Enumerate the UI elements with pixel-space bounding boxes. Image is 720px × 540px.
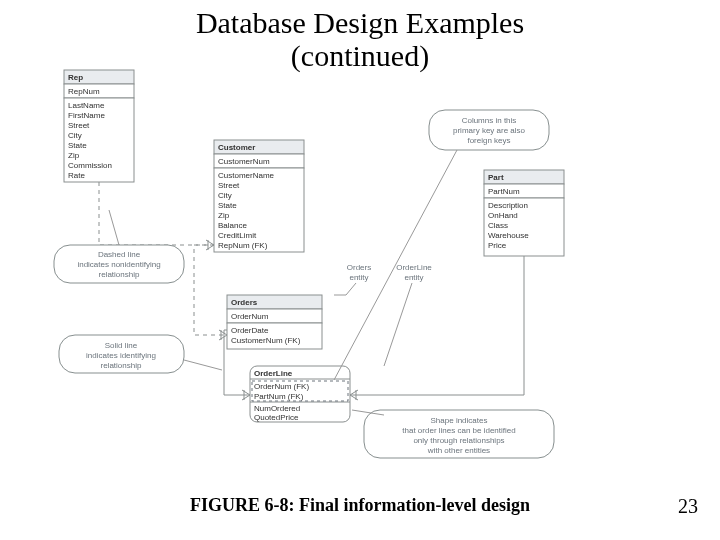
svg-text:NumOrdered: NumOrdered xyxy=(254,404,300,413)
title-line1: Database Design Examples xyxy=(196,6,524,39)
svg-text:Street: Street xyxy=(218,181,240,190)
page-number: 23 xyxy=(678,495,698,518)
svg-text:FirstName: FirstName xyxy=(68,111,105,120)
svg-text:QuotedPrice: QuotedPrice xyxy=(254,413,299,422)
svg-text:OrderLine: OrderLine xyxy=(254,369,293,378)
svg-text:OrderNum: OrderNum xyxy=(231,312,269,321)
svg-text:Description: Description xyxy=(488,201,528,210)
svg-text:Balance: Balance xyxy=(218,221,247,230)
svg-text:Price: Price xyxy=(488,241,507,250)
rel-customer-orders xyxy=(194,280,227,335)
svg-text:Columns in this: Columns in this xyxy=(462,116,517,125)
svg-text:only through relationships: only through relationships xyxy=(413,436,504,445)
svg-text:OnHand: OnHand xyxy=(488,211,518,220)
svg-text:Class: Class xyxy=(488,221,508,230)
rep-pk: RepNum xyxy=(68,87,100,96)
svg-text:Shape indicates: Shape indicates xyxy=(431,416,488,425)
entity-rep: Rep RepNum LastName FirstName Street Cit… xyxy=(64,70,134,182)
svg-line-51 xyxy=(206,245,214,250)
svg-text:State: State xyxy=(68,141,87,150)
svg-text:OrderLine: OrderLine xyxy=(396,263,432,272)
title-line2: (continued) xyxy=(291,39,429,72)
svg-text:PartNum: PartNum xyxy=(488,187,520,196)
entity-orders: Orders OrderNum OrderDate CustomerNum (F… xyxy=(227,295,322,349)
svg-text:Zip: Zip xyxy=(218,211,230,220)
svg-text:with other entities: with other entities xyxy=(427,446,490,455)
svg-text:Rate: Rate xyxy=(68,171,85,180)
svg-text:OrderDate: OrderDate xyxy=(231,326,269,335)
svg-text:Solid line: Solid line xyxy=(105,341,138,350)
svg-text:State: State xyxy=(218,201,237,210)
svg-text:Part: Part xyxy=(488,173,504,182)
rep-name: Rep xyxy=(68,73,83,82)
svg-text:Dashed line: Dashed line xyxy=(98,250,141,259)
svg-text:OrderNum (FK): OrderNum (FK) xyxy=(254,382,309,391)
svg-text:PartNum (FK): PartNum (FK) xyxy=(254,392,304,401)
svg-line-54 xyxy=(219,335,227,340)
rel-part-orderline xyxy=(350,256,524,395)
svg-text:Orders: Orders xyxy=(231,298,258,307)
callout-dashed: Dashed line indicates nonidentifying rel… xyxy=(54,210,184,283)
svg-text:that order lines can be identi: that order lines can be identified xyxy=(402,426,515,435)
svg-text:CustomerNum: CustomerNum xyxy=(218,157,270,166)
er-diagram: Rep RepNum LastName FirstName Street Cit… xyxy=(64,70,624,470)
callout-shape: Shape indicates that order lines can be … xyxy=(352,410,554,458)
svg-text:CustomerName: CustomerName xyxy=(218,171,275,180)
diagram-canvas: Rep RepNum LastName FirstName Street Cit… xyxy=(64,70,624,470)
svg-text:foreign keys: foreign keys xyxy=(467,136,510,145)
svg-text:entity: entity xyxy=(349,273,368,282)
svg-text:Warehouse: Warehouse xyxy=(488,231,529,240)
entity-orderline: OrderLine OrderNum (FK) PartNum (FK) Num… xyxy=(250,366,350,422)
svg-line-57 xyxy=(242,395,250,400)
svg-text:relationship: relationship xyxy=(99,270,140,279)
svg-line-59 xyxy=(350,390,358,395)
callout-solid: Solid line indicates identifying relatio… xyxy=(59,335,222,373)
rel-orders-orderline xyxy=(224,350,250,395)
svg-text:Orders: Orders xyxy=(347,263,371,272)
svg-text:Street: Street xyxy=(68,121,90,130)
svg-text:City: City xyxy=(218,191,232,200)
figure-caption: FIGURE 6-8: Final information-level desi… xyxy=(0,495,720,516)
svg-text:CreditLimit: CreditLimit xyxy=(218,231,257,240)
svg-text:entity: entity xyxy=(404,273,423,282)
svg-text:indicates identifying: indicates identifying xyxy=(86,351,156,360)
svg-text:RepNum (FK): RepNum (FK) xyxy=(218,241,268,250)
svg-text:Zip: Zip xyxy=(68,151,80,160)
slide-title: Database Design Examples (continued) xyxy=(0,6,720,72)
svg-text:primary key are also: primary key are also xyxy=(453,126,526,135)
entity-part: Part PartNum Description OnHand Class Wa… xyxy=(484,170,564,256)
svg-text:LastName: LastName xyxy=(68,101,105,110)
svg-text:indicates nonidentifying: indicates nonidentifying xyxy=(77,260,160,269)
svg-line-56 xyxy=(242,390,250,395)
svg-text:City: City xyxy=(68,131,82,140)
svg-text:Customer: Customer xyxy=(218,143,255,152)
svg-text:Commission: Commission xyxy=(68,161,112,170)
svg-line-50 xyxy=(206,240,214,245)
svg-line-53 xyxy=(219,330,227,335)
svg-text:CustomerNum (FK): CustomerNum (FK) xyxy=(231,336,301,345)
svg-line-60 xyxy=(350,395,358,400)
entity-customer: Customer CustomerNum CustomerName Street… xyxy=(214,140,304,252)
svg-text:relationship: relationship xyxy=(101,361,142,370)
